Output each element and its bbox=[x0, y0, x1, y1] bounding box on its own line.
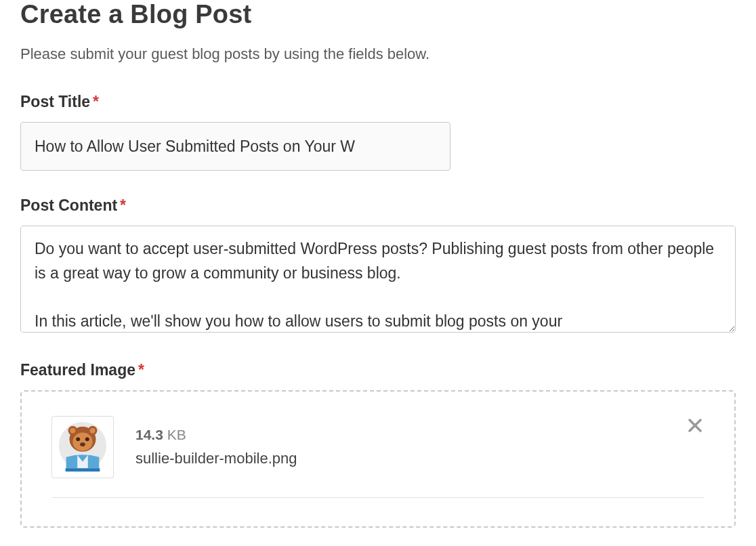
post-title-label-text: Post Title bbox=[20, 93, 90, 110]
svg-point-6 bbox=[90, 428, 96, 434]
file-row: 14.3 KB sullie-builder-mobile.png bbox=[51, 416, 705, 498]
post-title-input[interactable] bbox=[20, 122, 450, 171]
svg-point-9 bbox=[80, 442, 85, 446]
file-name: sullie-builder-mobile.png bbox=[135, 450, 705, 467]
post-content-field: Post Content* Do you want to accept user… bbox=[20, 196, 736, 335]
featured-image-label: Featured Image* bbox=[20, 361, 736, 379]
post-content-label-text: Post Content bbox=[20, 196, 117, 214]
file-dropzone[interactable]: 14.3 KB sullie-builder-mobile.png bbox=[20, 390, 736, 528]
post-title-label: Post Title* bbox=[20, 93, 736, 111]
svg-point-2 bbox=[72, 433, 92, 451]
svg-point-7 bbox=[76, 437, 80, 441]
remove-file-button[interactable] bbox=[686, 416, 705, 435]
post-content-textarea[interactable]: Do you want to accept user-submitted Wor… bbox=[20, 226, 736, 333]
svg-point-5 bbox=[70, 428, 75, 434]
file-meta: 14.3 KB sullie-builder-mobile.png bbox=[135, 427, 705, 467]
required-marker: * bbox=[93, 93, 99, 110]
required-marker: * bbox=[120, 196, 126, 214]
page-title: Create a Blog Post bbox=[20, 0, 736, 29]
required-marker: * bbox=[138, 361, 144, 379]
featured-image-label-text: Featured Image bbox=[20, 361, 135, 379]
close-icon bbox=[687, 417, 703, 434]
svg-point-8 bbox=[85, 437, 89, 441]
file-size-value: 14.3 bbox=[135, 427, 163, 442]
page-description: Please submit your guest blog posts by u… bbox=[20, 45, 736, 63]
avatar-icon bbox=[56, 421, 109, 474]
svg-rect-10 bbox=[66, 468, 100, 471]
featured-image-field: Featured Image* bbox=[20, 361, 736, 528]
post-title-field: Post Title* bbox=[20, 93, 736, 171]
file-thumbnail bbox=[51, 416, 114, 478]
file-size: 14.3 KB bbox=[135, 427, 705, 443]
post-content-label: Post Content* bbox=[20, 196, 736, 215]
file-size-unit: KB bbox=[163, 427, 186, 442]
